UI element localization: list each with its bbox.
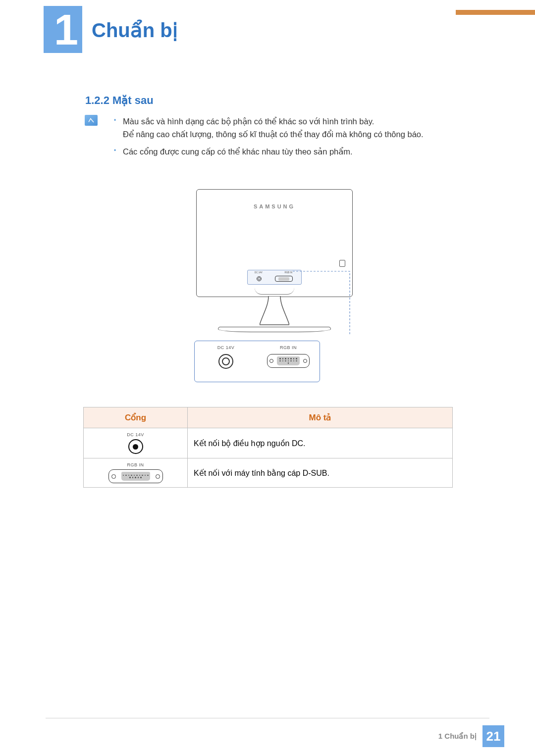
- zoom-rgb-label: RGB IN: [280, 345, 297, 350]
- table-row: RGB IN Kết nối với máy tính bằng cáp D-S…: [84, 458, 453, 488]
- table-header-port: Cổng: [84, 407, 188, 428]
- section-heading: 1.2.2 Mặt sau: [85, 94, 154, 107]
- page-footer: 1 Chuẩn bị 21: [438, 725, 504, 747]
- row-port-label: RGB IN: [127, 462, 144, 467]
- brand-label: SAMSUNG: [197, 203, 352, 209]
- ports-table: Cổng Mô tả DC 14V Kết nối bộ điều hợp ng…: [83, 407, 453, 488]
- zoom-dc-label: DC 14V: [217, 345, 235, 350]
- table-row: DC 14V Kết nối bộ điều hợp nguồn DC.: [84, 428, 453, 458]
- note-item: Màu sắc và hình dạng các bộ phận có thể …: [114, 115, 471, 141]
- port-panel: DC 14V RGB IN: [247, 270, 302, 285]
- panel-dc-label: DC 14V: [255, 271, 263, 274]
- monitor-neck: [265, 297, 284, 327]
- row-desc: Kết nối bộ điều hợp nguồn DC.: [188, 428, 453, 458]
- chapter-title: Chuẩn bị: [92, 19, 178, 42]
- note-icon: [85, 115, 98, 126]
- page-number: 21: [482, 725, 504, 747]
- note-item: Các cổng được cung cấp có thể khác nhau …: [114, 145, 471, 158]
- kensington-lock-icon: [339, 260, 345, 267]
- dc-jack-icon: [128, 439, 143, 454]
- table-header-desc: Mô tả: [188, 407, 453, 428]
- vga-port-icon: [108, 469, 163, 483]
- dc-jack-icon: [257, 276, 262, 281]
- row-port-label: DC 14V: [127, 432, 144, 437]
- neck-curve: [255, 288, 294, 295]
- dc-jack-icon: [218, 354, 233, 369]
- row-desc: Kết nối với máy tính bằng cáp D-SUB.: [188, 458, 453, 488]
- vga-port-icon: [275, 276, 293, 282]
- note-list: Màu sắc và hình dạng các bộ phận có thể …: [114, 115, 471, 162]
- ports-zoom-panel: DC 14V RGB IN: [194, 341, 320, 382]
- chapter-number: 1: [44, 6, 82, 53]
- footer-chapter-ref: 1 Chuẩn bị: [438, 732, 477, 741]
- monitor-back: SAMSUNG DC 14V RGB IN: [196, 189, 353, 297]
- top-accent-bar: [456, 10, 535, 15]
- footer-divider: [46, 718, 489, 718]
- vga-port-icon: [267, 354, 310, 368]
- panel-rgb-label: RGB IN: [284, 271, 292, 274]
